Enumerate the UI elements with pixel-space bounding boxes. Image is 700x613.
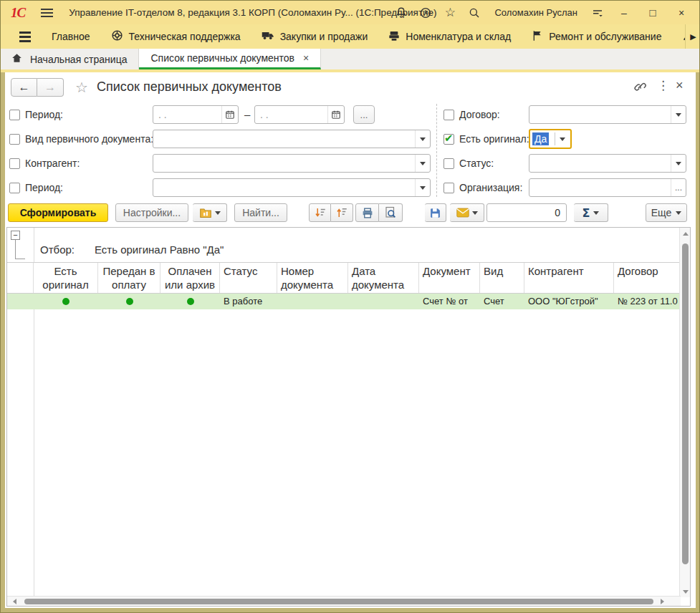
find-button[interactable]: Найти... — [234, 203, 287, 222]
maximize-button[interactable]: □ — [643, 6, 662, 19]
get-link-icon[interactable] — [633, 79, 647, 97]
document-kind-checkbox[interactable] — [9, 134, 20, 145]
column-header-number[interactable]: Номер документа — [277, 263, 348, 293]
document-cell: Счет № от — [419, 294, 480, 309]
settings-button[interactable]: Настройки... — [115, 203, 188, 222]
sum-button[interactable]: Σ — [574, 203, 608, 222]
row-counter-field[interactable]: 0 — [486, 203, 567, 222]
column-header-counterparty[interactable]: Контрагент — [524, 263, 614, 293]
menu-item-purchases-sales[interactable]: Закупки и продажи — [262, 30, 368, 43]
chevron-down-icon[interactable] — [415, 130, 430, 148]
chevron-down-icon[interactable] — [415, 179, 430, 196]
column-header-sent-for-payment[interactable]: Передан в оплату — [98, 263, 160, 293]
report-variants-button[interactable] — [193, 203, 227, 222]
sort-ascending-button[interactable] — [331, 203, 353, 222]
period2-checkbox[interactable] — [9, 183, 20, 193]
close-tab-icon[interactable]: × — [303, 52, 309, 64]
add-to-favorites-star-icon[interactable]: ☆ — [75, 79, 88, 96]
green-dot-icon — [62, 298, 69, 305]
scroll-left-arrow[interactable] — [9, 597, 20, 607]
menu-overflow-arrow[interactable]: ▶ — [685, 24, 700, 49]
vertical-scrollbar[interactable] — [679, 228, 690, 597]
calendar-icon[interactable] — [221, 106, 238, 123]
send-email-button[interactable] — [450, 203, 484, 222]
chevron-down-icon[interactable] — [671, 106, 686, 123]
calendar-icon[interactable] — [327, 106, 344, 123]
column-header-date[interactable]: Дата документа — [348, 263, 419, 293]
period-label: Период: — [25, 109, 63, 120]
chevron-down-icon — [215, 211, 221, 215]
status-combo[interactable] — [529, 154, 686, 173]
contract-combo[interactable] — [529, 105, 686, 124]
primary-documents-form: ← → ☆ Список первичных документов ⋮ × Пе… — [5, 72, 696, 608]
horizontal-scrollbar[interactable] — [7, 596, 681, 606]
search-icon[interactable] — [467, 6, 481, 20]
column-header-has-original[interactable]: Есть оригинал — [34, 263, 98, 293]
main-sections-menu-icon[interactable] — [19, 32, 31, 42]
chevron-down-icon[interactable] — [671, 155, 686, 172]
has-original-checkbox[interactable] — [444, 134, 454, 145]
status-label: Статус: — [459, 158, 494, 169]
forward-button[interactable]: → — [37, 78, 64, 97]
history-clock-icon[interactable] — [418, 6, 433, 20]
has-original-value-field[interactable]: Да — [529, 129, 572, 149]
scroll-up-arrow[interactable] — [680, 228, 691, 239]
table-row[interactable]: В работе Счет № от Счет ООО "ЮГстрой" № … — [7, 294, 681, 309]
selected-value: Да — [532, 132, 549, 145]
paid-or-archived-cell — [160, 294, 220, 309]
minimize-button[interactable]: – — [615, 7, 633, 19]
tab-primary-documents-list[interactable]: Список первичных документов × — [139, 49, 321, 69]
menu-item-main[interactable]: Главное — [52, 31, 90, 42]
document-kind-label: Вид первичного документа: — [25, 133, 153, 145]
period-to-input[interactable]: . . — [254, 105, 345, 124]
favorites-star-icon[interactable]: ☆ — [443, 6, 457, 20]
organization-field[interactable]: ... — [529, 178, 686, 197]
close-form-icon[interactable]: × — [676, 78, 684, 93]
has-original-cell — [34, 294, 98, 309]
scroll-right-arrow[interactable] — [656, 597, 668, 607]
column-header-contract[interactable]: Договор — [614, 263, 681, 293]
period-from-input[interactable]: . . — [153, 105, 239, 124]
vertical-scrollbar-thumb[interactable] — [682, 243, 689, 564]
choose-ellipsis-button[interactable]: ... — [671, 179, 686, 196]
print-button[interactable] — [355, 203, 379, 222]
collapse-group-icon[interactable]: − — [11, 231, 20, 240]
system-menu-icon[interactable] — [41, 9, 53, 17]
counterparty-combo[interactable] — [153, 154, 431, 173]
column-header-status[interactable]: Статус — [220, 263, 277, 293]
menu-item-tech-support[interactable]: Техническая поддержка — [111, 29, 241, 44]
column-header-kind[interactable]: Вид — [480, 263, 524, 293]
column-header-paid-or-archived[interactable]: Оплачен или архив — [160, 263, 220, 293]
contract-checkbox[interactable] — [444, 110, 454, 120]
interface-options-icon[interactable] — [590, 6, 605, 20]
chevron-down-icon[interactable] — [555, 130, 570, 148]
document-kind-combo[interactable] — [153, 130, 431, 148]
organization-checkbox[interactable] — [444, 183, 454, 193]
status-checkbox[interactable] — [444, 158, 454, 169]
period-options-button[interactable]: ... — [353, 105, 375, 124]
sort-descending-button[interactable] — [309, 203, 331, 222]
horizontal-scrollbar-thumb[interactable] — [24, 599, 653, 604]
period-checkbox[interactable] — [9, 110, 20, 120]
close-window-button[interactable]: × — [672, 7, 691, 19]
selection-group-row[interactable]: − Отбор: Есть оригинал Равно "Да" — [7, 228, 681, 262]
back-button[interactable]: ← — [11, 78, 37, 97]
selection-label: Отбор: — [40, 243, 75, 256]
counterparty-checkbox[interactable] — [9, 158, 20, 169]
column-header-document[interactable]: Документ — [419, 263, 480, 293]
period2-combo[interactable] — [153, 178, 431, 197]
menu-item-nomenclature-warehouse[interactable]: Номенклатура и склад — [388, 30, 511, 44]
notifications-bell-icon[interactable] — [394, 6, 408, 20]
menu-item-repair-service[interactable]: Ремонт и обслуживание — [532, 30, 661, 44]
chevron-down-icon[interactable] — [415, 155, 430, 172]
scroll-down-arrow[interactable] — [680, 586, 691, 597]
print-preview-button[interactable] — [379, 203, 403, 222]
more-actions-kebab-icon[interactable]: ⋮ — [657, 78, 669, 93]
current-user[interactable]: Соломахин Руслан — [494, 7, 577, 18]
tab-home[interactable]: Начальная страница — [1, 49, 139, 69]
save-button[interactable] — [425, 203, 446, 222]
open-windows-tab-bar: Начальная страница Список первичных доку… — [1, 49, 700, 69]
green-dot-icon — [126, 298, 133, 305]
more-button[interactable]: Еще — [646, 203, 687, 222]
generate-button[interactable]: Сформировать — [8, 203, 108, 222]
